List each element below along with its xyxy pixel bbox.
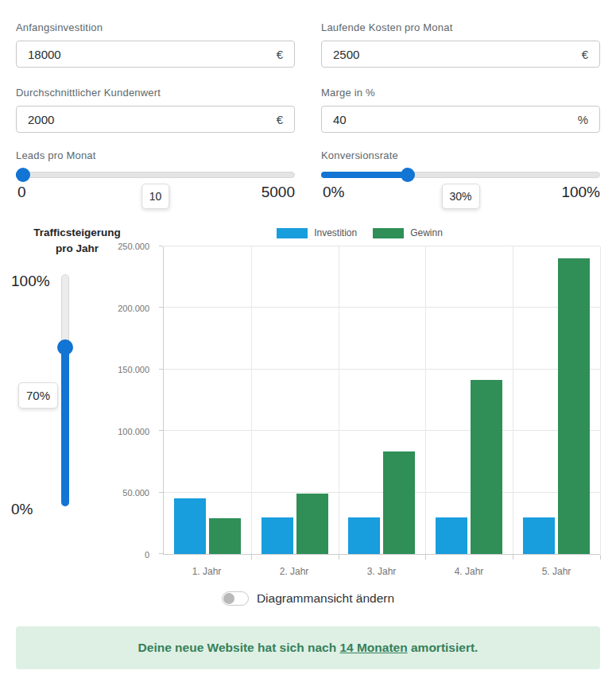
bar-gewinn <box>558 258 590 554</box>
sliders: Leads pro Monat 0 10 5000 Konversionsrat… <box>16 149 600 215</box>
legend-item: Gewinn <box>373 227 443 238</box>
bar-investition <box>348 517 380 554</box>
field-kundenwert: Durchschnittlicher Kundenwert € <box>16 87 295 133</box>
chart-legend: InvestitionGewinn <box>119 227 600 238</box>
konversionsrate-slider[interactable] <box>321 168 600 182</box>
field-anfangsinvestition: Anfangsinvestition € <box>16 21 295 68</box>
input-fields: Anfangsinvestition € Laufende Kosten pro… <box>16 21 600 133</box>
bar-investition <box>262 517 293 554</box>
legend-swatch-gewinn <box>373 228 404 238</box>
leads-value-badge: 10 <box>141 184 170 209</box>
percent-suffix: % <box>578 113 588 126</box>
slider-label: Leads pro Monat <box>16 149 295 161</box>
scale-max: 5000 <box>262 184 295 201</box>
leads-slider-group: Leads pro Monat 0 10 5000 <box>16 149 295 215</box>
y-tick <box>159 307 163 308</box>
bar-gewinn <box>383 451 415 554</box>
x-tick <box>339 555 339 560</box>
field-marge: Marge in % % <box>321 87 600 133</box>
bar-investition <box>523 517 555 554</box>
legend-label: Investition <box>314 227 357 238</box>
bar-gewinn <box>296 494 328 554</box>
y-tick-label: 150.000 <box>118 365 149 374</box>
slider-track[interactable] <box>16 172 295 178</box>
bar-group <box>339 246 426 554</box>
amortisation-banner: Deine neue Website hat sich nach 14 Mona… <box>16 626 600 669</box>
slider-thumb[interactable] <box>16 168 30 182</box>
bar-group <box>425 246 513 554</box>
x-tick <box>513 555 513 560</box>
chart-view-toggle[interactable] <box>222 591 249 606</box>
x-axis-label: 1. Jahr <box>163 566 250 577</box>
y-tick <box>159 369 163 370</box>
leads-slider[interactable] <box>16 168 295 182</box>
amortisation-text: Deine neue Website hat sich nach 14 Mona… <box>138 641 478 655</box>
y-tick <box>159 553 163 554</box>
x-tick <box>425 555 426 560</box>
bar-group <box>251 246 339 554</box>
banner-text-before: Deine neue Website hat sich nach <box>138 641 340 654</box>
legend-item: Investition <box>277 227 357 238</box>
y-tick <box>159 492 163 493</box>
anfangsinvestition-input-box: € <box>16 41 295 68</box>
currency-suffix: € <box>582 48 588 61</box>
y-tick-label: 100.000 <box>118 427 149 436</box>
bar-investition <box>174 498 206 554</box>
kundenwert-input[interactable] <box>28 113 277 126</box>
bar-chart <box>163 246 600 555</box>
field-label: Laufende Kosten pro Monat <box>321 21 600 33</box>
analysis-section: Trafficsteigerung pro Jahr 100% 70% 0% I… <box>0 219 616 583</box>
marge-input-box: % <box>321 106 600 133</box>
x-axis-label: 4. Jahr <box>425 566 513 577</box>
x-axis-label: 5. Jahr <box>513 566 600 577</box>
x-tick <box>600 555 601 560</box>
gridline <box>600 246 601 554</box>
bar-group <box>164 246 251 554</box>
y-tick <box>159 246 163 246</box>
banner-text-after: amortisiert. <box>408 641 478 654</box>
currency-suffix: € <box>277 113 283 126</box>
field-label: Anfangsinvestition <box>16 21 295 33</box>
slider-thumb[interactable] <box>401 168 415 182</box>
chart-x-axis: 1. Jahr2. Jahr3. Jahr4. Jahr5. Jahr <box>163 566 600 577</box>
slider-label: Konversionsrate <box>321 149 600 161</box>
chart-y-axis: 050.000100.000150.000200.000250.000 <box>0 246 157 555</box>
bar-gewinn <box>471 380 502 554</box>
laufende-kosten-input-box: € <box>321 41 600 68</box>
y-tick <box>159 430 163 431</box>
laufende-kosten-input[interactable] <box>333 48 582 61</box>
marge-input[interactable] <box>333 113 578 126</box>
y-tick-label: 250.000 <box>118 242 149 251</box>
slider-scale: 0% 30% 100% <box>321 184 600 215</box>
field-label: Durchschnittlicher Kundenwert <box>16 87 295 99</box>
scale-min: 0 <box>17 184 26 201</box>
scale-min: 0% <box>323 184 344 201</box>
y-tick-label: 200.000 <box>118 304 149 313</box>
chart-view-toggle-row: Diagrammansicht ändern <box>0 591 616 606</box>
toggle-label: Diagrammansicht ändern <box>257 591 394 606</box>
legend-swatch-investition <box>277 228 308 238</box>
y-tick-label: 50.000 <box>122 488 149 498</box>
currency-suffix: € <box>277 48 283 61</box>
toggle-knob-icon <box>223 593 234 604</box>
konversionsrate-value-badge: 30% <box>441 184 479 209</box>
bar-investition <box>436 517 467 554</box>
kundenwert-input-box: € <box>16 106 295 133</box>
scale-max: 100% <box>561 184 600 201</box>
amortisation-months: 14 Monaten <box>339 641 407 654</box>
konversionsrate-slider-group: Konversionsrate 0% 30% 100% <box>321 149 600 215</box>
field-label: Marge in % <box>321 87 600 99</box>
anfangsinvestition-input[interactable] <box>28 48 277 61</box>
x-tick <box>251 555 252 560</box>
title-line-1: Trafficsteigerung <box>21 225 133 241</box>
x-axis-label: 2. Jahr <box>250 566 338 577</box>
x-axis-label: 3. Jahr <box>338 566 425 577</box>
bar-gewinn <box>209 518 241 554</box>
legend-label: Gewinn <box>410 227 443 238</box>
slider-fill <box>321 172 412 178</box>
roi-calculator: Anfangsinvestition € Laufende Kosten pro… <box>0 0 616 678</box>
slider-scale: 0 10 5000 <box>16 184 295 215</box>
bar-group <box>513 246 600 554</box>
field-laufende-kosten: Laufende Kosten pro Monat € <box>321 21 600 68</box>
y-tick-label: 0 <box>145 550 149 560</box>
